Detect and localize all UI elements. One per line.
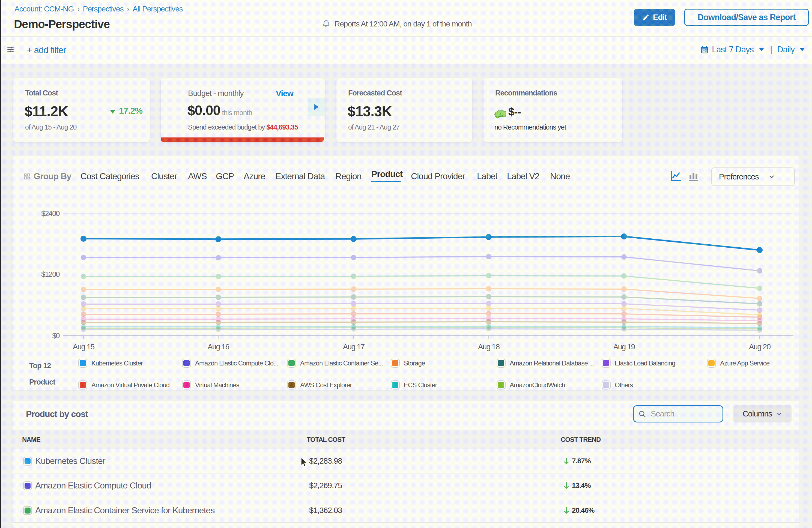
- svg-text:$1200: $1200: [41, 270, 60, 278]
- svg-text:Aug 20: Aug 20: [749, 342, 771, 351]
- svg-text:$2400: $2400: [41, 209, 60, 218]
- svg-text:$0: $0: [52, 332, 59, 340]
- svg-text:Aug 15: Aug 15: [73, 342, 95, 351]
- svg-text:Aug 16: Aug 16: [208, 342, 230, 351]
- svg-text:Aug 19: Aug 19: [613, 342, 635, 351]
- svg-text:Aug 18: Aug 18: [478, 342, 500, 351]
- svg-text:Aug 17: Aug 17: [343, 342, 365, 351]
